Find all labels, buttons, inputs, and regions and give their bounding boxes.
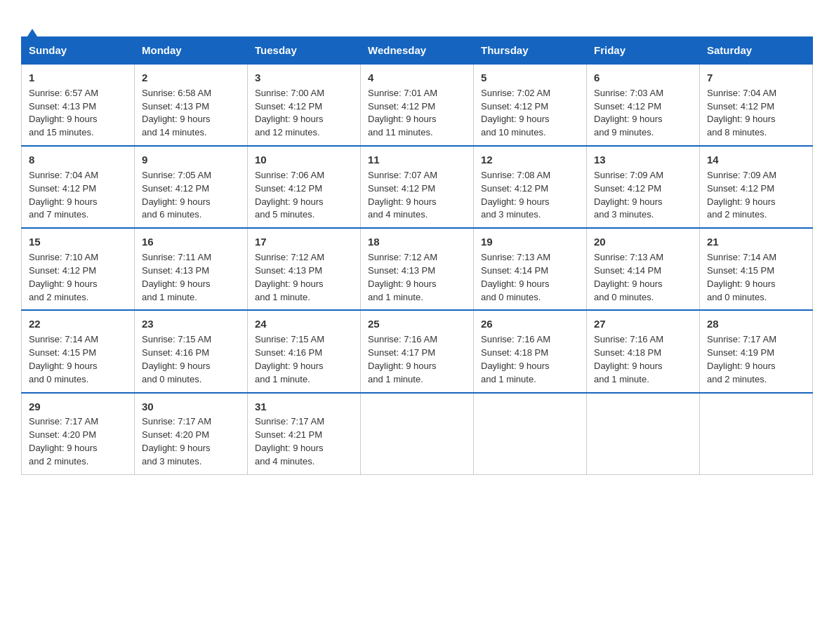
day-number: 3	[255, 70, 353, 86]
day-cell: 3Sunrise: 7:00 AMSunset: 4:12 PMDaylight…	[248, 64, 361, 146]
week-row-5: 29Sunrise: 7:17 AMSunset: 4:20 PMDayligh…	[22, 393, 813, 475]
day-number: 15	[29, 234, 127, 250]
day-number: 13	[594, 152, 692, 168]
day-cell: 8Sunrise: 7:04 AMSunset: 4:12 PMDaylight…	[22, 146, 135, 228]
day-number: 18	[368, 234, 466, 250]
day-number: 1	[29, 70, 127, 86]
header-cell-tuesday: Tuesday	[248, 37, 361, 65]
day-number: 24	[255, 316, 353, 332]
day-cell: 10Sunrise: 7:06 AMSunset: 4:12 PMDayligh…	[248, 146, 361, 228]
svg-marker-0	[26, 29, 39, 39]
logo	[21, 14, 23, 24]
day-cell: 28Sunrise: 7:17 AMSunset: 4:19 PMDayligh…	[700, 310, 813, 392]
day-number: 9	[142, 152, 240, 168]
day-cell: 15Sunrise: 7:10 AMSunset: 4:12 PMDayligh…	[22, 228, 135, 310]
day-number: 17	[255, 234, 353, 250]
day-cell: 7Sunrise: 7:04 AMSunset: 4:12 PMDaylight…	[700, 64, 813, 146]
day-cell: 12Sunrise: 7:08 AMSunset: 4:12 PMDayligh…	[474, 146, 587, 228]
day-cell: 17Sunrise: 7:12 AMSunset: 4:13 PMDayligh…	[248, 228, 361, 310]
day-cell: 26Sunrise: 7:16 AMSunset: 4:18 PMDayligh…	[474, 310, 587, 392]
week-row-1: 1Sunrise: 6:57 AMSunset: 4:13 PMDaylight…	[22, 64, 813, 146]
day-cell: 18Sunrise: 7:12 AMSunset: 4:13 PMDayligh…	[361, 228, 474, 310]
day-number: 7	[707, 70, 805, 86]
day-number: 4	[368, 70, 466, 86]
day-cell: 2Sunrise: 6:58 AMSunset: 4:13 PMDaylight…	[135, 64, 248, 146]
day-number: 31	[255, 399, 353, 415]
day-cell	[700, 393, 813, 475]
day-number: 8	[29, 152, 127, 168]
day-number: 25	[368, 316, 466, 332]
day-cell: 16Sunrise: 7:11 AMSunset: 4:13 PMDayligh…	[135, 228, 248, 310]
day-number: 2	[142, 70, 240, 86]
day-number: 21	[707, 234, 805, 250]
header-cell-friday: Friday	[587, 37, 700, 65]
day-number: 27	[594, 316, 692, 332]
header-cell-thursday: Thursday	[474, 37, 587, 65]
day-number: 23	[142, 316, 240, 332]
day-cell: 25Sunrise: 7:16 AMSunset: 4:17 PMDayligh…	[361, 310, 474, 392]
day-number: 20	[594, 234, 692, 250]
day-number: 6	[594, 70, 692, 86]
day-cell: 1Sunrise: 6:57 AMSunset: 4:13 PMDaylight…	[22, 64, 135, 146]
day-number: 16	[142, 234, 240, 250]
day-number: 11	[368, 152, 466, 168]
day-cell: 14Sunrise: 7:09 AMSunset: 4:12 PMDayligh…	[700, 146, 813, 228]
day-cell: 6Sunrise: 7:03 AMSunset: 4:12 PMDaylight…	[587, 64, 700, 146]
day-cell: 11Sunrise: 7:07 AMSunset: 4:12 PMDayligh…	[361, 146, 474, 228]
calendar-table: SundayMondayTuesdayWednesdayThursdayFrid…	[21, 36, 813, 475]
calendar-header: SundayMondayTuesdayWednesdayThursdayFrid…	[22, 37, 813, 65]
day-cell: 13Sunrise: 7:09 AMSunset: 4:12 PMDayligh…	[587, 146, 700, 228]
header-row: SundayMondayTuesdayWednesdayThursdayFrid…	[22, 37, 813, 65]
week-row-4: 22Sunrise: 7:14 AMSunset: 4:15 PMDayligh…	[22, 310, 813, 392]
day-number: 14	[707, 152, 805, 168]
day-number: 22	[29, 316, 127, 332]
header-cell-wednesday: Wednesday	[361, 37, 474, 65]
day-number: 12	[481, 152, 579, 168]
header-cell-monday: Monday	[135, 37, 248, 65]
calendar-body: 1Sunrise: 6:57 AMSunset: 4:13 PMDaylight…	[22, 64, 813, 474]
day-cell	[587, 393, 700, 475]
day-cell	[361, 393, 474, 475]
day-number: 10	[255, 152, 353, 168]
day-number: 26	[481, 316, 579, 332]
day-number: 19	[481, 234, 579, 250]
day-cell: 21Sunrise: 7:14 AMSunset: 4:15 PMDayligh…	[700, 228, 813, 310]
day-cell: 31Sunrise: 7:17 AMSunset: 4:21 PMDayligh…	[248, 393, 361, 475]
day-cell: 27Sunrise: 7:16 AMSunset: 4:18 PMDayligh…	[587, 310, 700, 392]
day-cell: 19Sunrise: 7:13 AMSunset: 4:14 PMDayligh…	[474, 228, 587, 310]
day-number: 29	[29, 399, 127, 415]
day-cell: 20Sunrise: 7:13 AMSunset: 4:14 PMDayligh…	[587, 228, 700, 310]
day-cell: 29Sunrise: 7:17 AMSunset: 4:20 PMDayligh…	[22, 393, 135, 475]
day-cell: 4Sunrise: 7:01 AMSunset: 4:12 PMDaylight…	[361, 64, 474, 146]
day-cell: 22Sunrise: 7:14 AMSunset: 4:15 PMDayligh…	[22, 310, 135, 392]
day-cell	[474, 393, 587, 475]
day-cell: 5Sunrise: 7:02 AMSunset: 4:12 PMDaylight…	[474, 64, 587, 146]
day-number: 30	[142, 399, 240, 415]
day-cell: 24Sunrise: 7:15 AMSunset: 4:16 PMDayligh…	[248, 310, 361, 392]
header-cell-saturday: Saturday	[700, 37, 813, 65]
day-number: 28	[707, 316, 805, 332]
day-cell: 9Sunrise: 7:05 AMSunset: 4:12 PMDaylight…	[135, 146, 248, 228]
day-cell: 23Sunrise: 7:15 AMSunset: 4:16 PMDayligh…	[135, 310, 248, 392]
week-row-2: 8Sunrise: 7:04 AMSunset: 4:12 PMDaylight…	[22, 146, 813, 228]
week-row-3: 15Sunrise: 7:10 AMSunset: 4:12 PMDayligh…	[22, 228, 813, 310]
logo-line1	[21, 14, 23, 24]
page-header	[21, 14, 813, 24]
day-cell: 30Sunrise: 7:17 AMSunset: 4:20 PMDayligh…	[135, 393, 248, 475]
day-number: 5	[481, 70, 579, 86]
